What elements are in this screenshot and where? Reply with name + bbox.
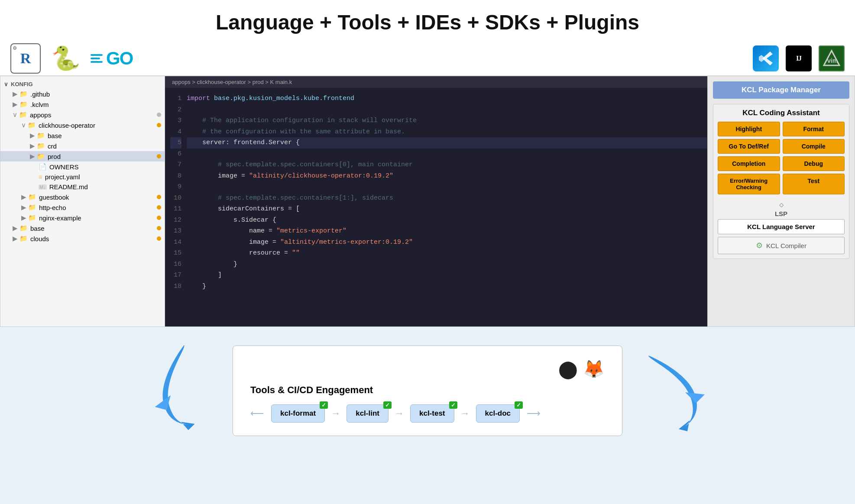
cicd-arrow-start: ⟵ xyxy=(250,408,264,419)
code-editor: appops > clickhouse-operator > prod > K … xyxy=(165,76,707,326)
file-tree-clickhouse-operator[interactable]: ∨ 📁 clickhouse-operator xyxy=(0,120,165,130)
kcl-lint-button[interactable]: kcl-lint ✓ xyxy=(347,404,389,423)
page-title: Language + Tools + IDEs + SDKs + Plugins xyxy=(0,0,855,41)
lsp-arrow: ⬦ xyxy=(718,198,845,210)
file-tree-crd[interactable]: ▶ 📁 crd xyxy=(0,141,165,151)
ide-logos: IJ vim xyxy=(753,45,845,71)
top-bar: ⚙ R 🐍 GO IJ vim xyxy=(0,41,855,76)
compiler-gear-icon: ⚙ xyxy=(756,241,763,250)
assistant-buttons-grid: Highlight Format Go To Def/Ref Compile C… xyxy=(718,122,845,194)
compiler-label: KCL Compiler xyxy=(766,242,806,249)
breadcrumb: appops > clickhouse-operator > prod > K … xyxy=(165,76,707,88)
file-tree-label: appops xyxy=(30,111,51,119)
kcl-test-check: ✓ xyxy=(449,401,457,409)
completion-button[interactable]: Completion xyxy=(718,156,780,171)
file-tree-base-top[interactable]: ▶ 📁 base xyxy=(0,223,165,233)
svg-marker-5 xyxy=(685,392,705,403)
cicd-arrow-2: → xyxy=(395,408,404,419)
file-tree-prod[interactable]: ▶ 📁 prod xyxy=(0,151,165,162)
file-tree-label: clickhouse-operator xyxy=(39,122,95,129)
file-tree-label: clouds xyxy=(30,235,49,242)
file-tree-owners[interactable]: 📄 OWNERS xyxy=(0,162,165,172)
root-label: KONFIG xyxy=(11,81,33,87)
file-tree-label: base xyxy=(30,225,45,232)
error-warning-button[interactable]: Error/WarningChecking xyxy=(718,174,780,194)
python-logo: 🐍 xyxy=(51,45,80,72)
kcl-doc-label: kcl-doc xyxy=(485,409,511,418)
cicd-box: ⬤ 🦊 Tools & CI/CD Engagement ⟵ kcl-forma… xyxy=(233,346,622,436)
file-tree-kclvm[interactable]: ▶ 📁 .kclvm xyxy=(0,99,165,110)
file-tree-http-echo[interactable]: ▶ 📁 http-echo xyxy=(0,202,165,213)
file-tree-readme[interactable]: M↓ README.md xyxy=(0,182,165,192)
code-lines: import base.pkg.kusion_models.kube.front… xyxy=(187,88,707,326)
r-logo: ⚙ R xyxy=(10,43,41,74)
svg-marker-1 xyxy=(759,55,766,62)
cicd-tools: ⟵ kcl-format ✓ → kcl-lint ✓ → kcl-test ✓… xyxy=(250,404,605,423)
cicd-title: Tools & CI/CD Engagement xyxy=(250,384,605,396)
lsp-section: ⬦ LSP KCL Language Server ⚙ KCL Compiler xyxy=(718,198,845,254)
file-tree-label: http-echo xyxy=(39,204,66,211)
file-tree-nginx-example[interactable]: ▶ 📁 nginx-example xyxy=(0,213,165,223)
coding-assistant: KCL Coding Assistant Highlight Format Go… xyxy=(713,104,849,259)
file-tree-project-yaml[interactable]: ≡ project.yaml xyxy=(0,172,165,182)
file-tree-label: guestbook xyxy=(39,194,69,201)
file-tree-clouds[interactable]: ▶ 📁 clouds xyxy=(0,233,165,244)
file-tree-label: base xyxy=(48,132,62,139)
coding-assistant-title: KCL Coding Assistant xyxy=(718,109,845,117)
file-tree-label: project.yaml xyxy=(45,173,80,181)
kcl-format-check: ✓ xyxy=(320,401,328,409)
debug-button[interactable]: Debug xyxy=(783,156,845,171)
kcl-format-button[interactable]: kcl-format ✓ xyxy=(271,404,325,423)
code-content: 1234 5 6789 10111213 1415161718 import b… xyxy=(165,88,707,326)
lang-server-box: KCL Language Server xyxy=(718,219,845,234)
lsp-label: LSP xyxy=(718,210,845,217)
left-arrow xyxy=(127,333,234,448)
pkg-manager-button[interactable]: KCL Package Manager xyxy=(713,81,849,99)
kcl-doc-button[interactable]: kcl-doc ✓ xyxy=(476,404,520,423)
kcl-lint-check: ✓ xyxy=(383,401,392,409)
goto-def-button[interactable]: Go To Def/Ref xyxy=(718,139,780,154)
breadcrumb-text: appops > clickhouse-operator > prod > K … xyxy=(172,79,292,85)
file-tree-github[interactable]: ▶ 📁 .github xyxy=(0,89,165,99)
file-tree-base-inner[interactable]: ▶ 📁 base xyxy=(0,130,165,141)
right-arrow xyxy=(640,347,709,435)
cicd-arrow-end: ⟶ xyxy=(527,408,541,419)
file-tree-label: OWNERS xyxy=(49,163,79,171)
go-logo: GO xyxy=(91,48,133,69)
file-tree-appops[interactable]: ∨ 📁 appops xyxy=(0,110,165,120)
highlight-button[interactable]: Highlight xyxy=(718,122,780,136)
file-tree-guestbook[interactable]: ▶ 📁 guestbook xyxy=(0,192,165,202)
file-tree: ∨ KONFIG ▶ 📁 .github ▶ 📁 .kclvm ∨ 📁 appo… xyxy=(0,76,165,326)
file-tree-label: prod xyxy=(48,153,61,160)
vscode-logo xyxy=(753,45,779,71)
file-tree-label: .kclvm xyxy=(30,101,49,108)
cicd-icons-row: ⬤ 🦊 xyxy=(250,359,605,379)
kcl-test-button[interactable]: kcl-test ✓ xyxy=(410,404,454,423)
kcl-test-label: kcl-test xyxy=(419,409,445,418)
intellij-logo: IJ xyxy=(786,45,812,71)
svg-text:vim: vim xyxy=(827,57,838,64)
compile-button[interactable]: Compile xyxy=(783,139,845,154)
github-icon: ⬤ xyxy=(558,359,578,379)
test-button[interactable]: Test xyxy=(783,174,845,194)
line-numbers: 1234 5 6789 10111213 1415161718 xyxy=(165,88,187,326)
file-tree-label: .github xyxy=(30,90,50,98)
language-logos: ⚙ R 🐍 GO xyxy=(10,43,133,74)
right-panel: KCL Package Manager KCL Coding Assistant… xyxy=(707,76,855,326)
gitlab-icon: 🦊 xyxy=(583,359,605,379)
file-tree-label: nginx-example xyxy=(39,214,81,222)
cicd-arrow-3: → xyxy=(460,408,470,419)
file-tree-root[interactable]: ∨ KONFIG xyxy=(0,80,165,89)
ide-section: ∨ KONFIG ▶ 📁 .github ▶ 📁 .kclvm ∨ 📁 appo… xyxy=(0,76,855,327)
format-button[interactable]: Format xyxy=(783,122,845,136)
file-tree-label: crd xyxy=(48,142,57,150)
vim-logo: vim xyxy=(819,45,845,71)
compiler-box: ⚙ KCL Compiler xyxy=(718,237,845,254)
bottom-section: ⬤ 🦊 Tools & CI/CD Engagement ⟵ kcl-forma… xyxy=(0,327,855,455)
kcl-lint-label: kcl-lint xyxy=(356,409,379,418)
cicd-arrow-1: → xyxy=(331,408,340,419)
kcl-doc-check: ✓ xyxy=(515,401,523,409)
file-tree-label: README.md xyxy=(49,183,88,191)
kcl-format-label: kcl-format xyxy=(280,409,316,418)
